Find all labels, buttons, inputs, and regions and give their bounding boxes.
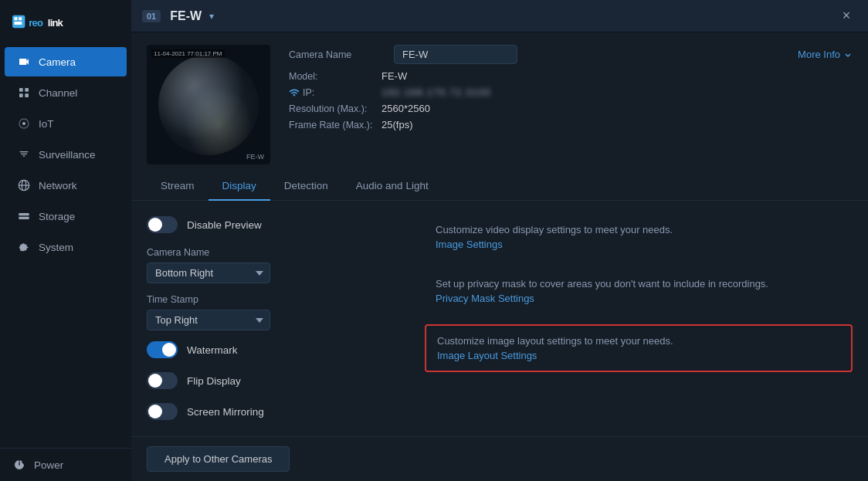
toggle-knob	[148, 405, 162, 418]
nav-items: Camera Channel IoT Surv	[0, 43, 131, 448]
sidebar-item-label: Camera	[39, 56, 76, 68]
apply-to-other-cameras-button[interactable]: Apply to Other Cameras	[147, 446, 290, 472]
camera-name-input[interactable]	[394, 45, 517, 64]
storage-icon	[17, 209, 31, 223]
system-icon	[17, 240, 31, 254]
svg-point-10	[22, 122, 25, 125]
watermark-label: Watermark	[187, 344, 238, 356]
disable-preview-row: Disable Preview	[147, 216, 409, 233]
iot-icon	[17, 117, 31, 130]
svg-rect-15	[19, 217, 29, 219]
power-button[interactable]: Power	[12, 458, 119, 472]
image-layout-text: Customize image layout settings to meet …	[437, 335, 840, 347]
settings-content: Disable Preview Camera Name Bottom Right…	[131, 201, 868, 436]
tab-display[interactable]: Display	[209, 172, 270, 201]
privacy-mask-link[interactable]: Privacy Mask Settings	[436, 293, 842, 304]
main-panel: 01 FE-W ▾ × 11-04-2021 77:01:17 PM FE-W …	[131, 0, 868, 481]
channel-icon	[17, 86, 31, 100]
timestamp-position-select[interactable]: Top Right Top Left Bottom Right Bottom L…	[147, 310, 270, 330]
bottom-bar: Apply to Other Cameras	[131, 436, 868, 481]
ip-label: IP:	[289, 87, 381, 98]
toggle-knob	[162, 343, 176, 357]
wifi-icon	[289, 87, 300, 98]
sidebar-item-surveillance[interactable]: Surveillance	[5, 140, 127, 169]
cam-number: 01	[142, 10, 161, 22]
sidebar-item-label: Channel	[39, 87, 77, 99]
model-label: Model:	[289, 71, 381, 82]
close-button[interactable]: ×	[836, 5, 857, 27]
cam-preview-inner	[158, 55, 259, 155]
sidebar-item-storage[interactable]: Storage	[5, 202, 127, 231]
privacy-mask-card: Set up privacy mask to cover areas you d…	[425, 270, 853, 312]
sidebar-item-iot[interactable]: IoT	[5, 109, 127, 138]
image-layout-card: Customize image layout settings to meet …	[425, 324, 853, 372]
camera-name-select-row: Bottom Right Bottom Left Top Right Top L…	[147, 263, 409, 283]
sidebar-item-system[interactable]: System	[5, 232, 127, 262]
more-info-button[interactable]: More Info	[798, 49, 853, 60]
sidebar-item-camera[interactable]: Camera	[5, 47, 127, 76]
cam-preview: 11-04-2021 77:01:17 PM FE-W	[147, 45, 270, 164]
disable-preview-toggle[interactable]	[147, 216, 178, 233]
svg-rect-8	[19, 93, 23, 97]
logo-area: reo link	[0, 0, 131, 43]
flip-display-label: Flip Display	[187, 375, 241, 387]
camera-name-section: Camera Name Bottom Right Bottom Left Top…	[147, 247, 409, 283]
sidebar-item-label: System	[39, 242, 73, 253]
network-icon	[17, 178, 31, 192]
toggle-knob	[148, 218, 162, 232]
cam-timestamp-overlay: 11-04-2021 77:01:17 PM	[151, 49, 225, 58]
topbar: 01 FE-W ▾ ×	[131, 0, 868, 32]
privacy-mask-text: Set up privacy mask to cover areas you d…	[436, 278, 842, 290]
screen-mirroring-toggle[interactable]	[147, 403, 178, 420]
model-value: FE-W	[381, 70, 407, 82]
tabs: Stream Display Detection Audio and Light	[131, 172, 868, 201]
screen-mirroring-row: Screen Mirroring	[147, 403, 409, 420]
svg-rect-9	[25, 93, 29, 97]
tab-audio-light[interactable]: Audio and Light	[342, 172, 442, 201]
right-column: Customize video display settings to meet…	[425, 216, 853, 428]
cam-dropdown-icon[interactable]: ▾	[209, 11, 214, 22]
tab-detection[interactable]: Detection	[270, 172, 342, 201]
svg-point-16	[26, 214, 27, 215]
timestamp-label: Time Stamp	[147, 294, 409, 305]
framerate-value: 25(fps)	[381, 119, 412, 130]
flip-display-row: Flip Display	[147, 372, 409, 389]
resolution-label: Resolution (Max.):	[289, 103, 381, 114]
sidebar: reo link Camera Channel	[0, 0, 131, 481]
timestamp-section: Time Stamp Top Right Top Left Bottom Rig…	[147, 294, 409, 330]
svg-point-17	[26, 218, 27, 218]
toggle-knob	[148, 374, 162, 388]
cam-label-overlay: FE-W	[246, 153, 264, 161]
cam-info-panel: 11-04-2021 77:01:17 PM FE-W Camera Name …	[131, 32, 868, 172]
resolution-value: 2560*2560	[381, 103, 430, 114]
watermark-row: Watermark	[147, 341, 409, 358]
logo: reo link	[12, 11, 82, 32]
image-settings-card: Customize video display settings to meet…	[425, 216, 853, 258]
image-layout-link[interactable]: Image Layout Settings	[437, 350, 840, 361]
sidebar-item-channel[interactable]: Channel	[5, 78, 127, 107]
svg-rect-3	[14, 22, 22, 25]
svg-rect-14	[19, 213, 29, 215]
cam-preview-circle	[158, 55, 259, 155]
tab-stream[interactable]: Stream	[147, 172, 209, 201]
cam-details: Camera Name More Info Model: FE-W IP:	[289, 45, 853, 164]
sidebar-item-label: IoT	[39, 118, 54, 130]
svg-rect-1	[14, 17, 17, 20]
camera-icon	[17, 55, 31, 69]
ip-value: 192.168.170.72.3100	[381, 86, 491, 98]
flip-display-toggle[interactable]	[147, 372, 178, 389]
camera-name-position-select[interactable]: Bottom Right Bottom Left Top Right Top L…	[147, 263, 270, 283]
cam-name-title: FE-W	[170, 9, 202, 23]
svg-rect-7	[25, 88, 29, 92]
framerate-label: Frame Rate (Max.):	[289, 120, 381, 130]
sidebar-item-network[interactable]: Network	[5, 171, 127, 200]
left-column: Disable Preview Camera Name Bottom Right…	[147, 216, 409, 428]
power-icon	[12, 458, 26, 472]
watermark-toggle[interactable]	[147, 341, 178, 358]
sidebar-item-label: Surveillance	[39, 149, 96, 161]
timestamp-select-row: Top Right Top Left Bottom Right Bottom L…	[147, 310, 409, 330]
svg-text:link: link	[48, 17, 64, 29]
svg-rect-2	[19, 17, 22, 20]
image-settings-link[interactable]: Image Settings	[436, 239, 842, 250]
sidebar-footer: Power	[0, 448, 131, 481]
